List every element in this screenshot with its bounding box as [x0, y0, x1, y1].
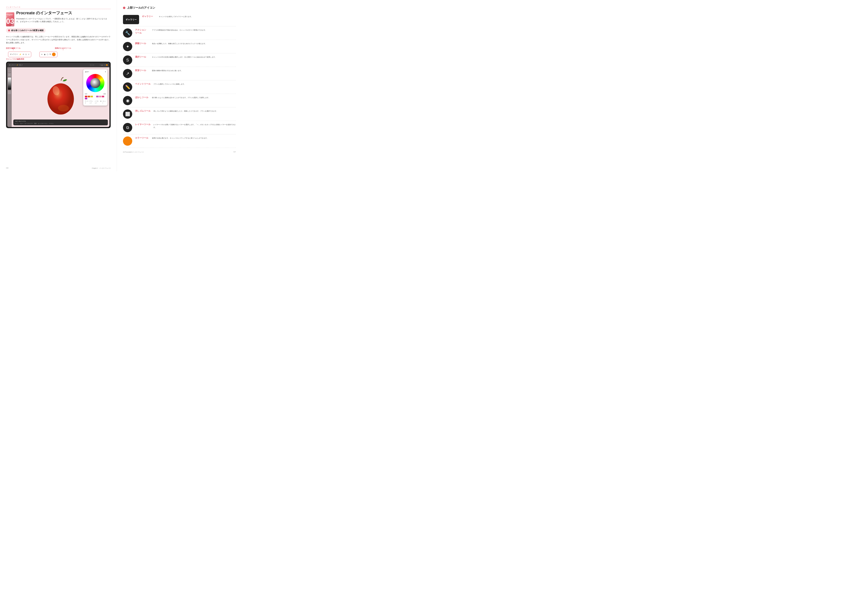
tool-icon-2: ⟲: [23, 53, 24, 56]
tool-desc-blur: 指で擦ったように描画をぼかすことができます。ブラシを選択して使用します。: [152, 96, 236, 99]
color-tabs: ディスク クラシック ハーモニー 値 パレット: [85, 101, 106, 104]
size-label: サイズ 17%: [7, 69, 12, 72]
tool-row-layer: ⧉ レイヤーツール レイヤーパネルを開いて描画するレイヤーを選択します。「＋」ボ…: [123, 121, 236, 135]
color-icon: [123, 136, 132, 146]
section-dot: [8, 29, 10, 31]
tool-labels: 設定や編集ツール 描画のためのツール: [6, 47, 111, 50]
draw-icon-4: ⧉: [50, 53, 51, 56]
btn-autofill: オートキャラー: [25, 123, 33, 124]
btn-paste: ペースト: [49, 123, 54, 124]
blur-icon: ◉: [123, 96, 132, 105]
layer-icon: ⧉: [123, 123, 132, 132]
chapter-number: 03: [6, 18, 14, 25]
draw-icon-2: ◉: [44, 53, 46, 56]
tool-name-area-eraser: 消しゴムツール: [135, 110, 150, 113]
tool-name-paint: ペイントツール: [135, 82, 150, 85]
title-block: Procreate のインターフェース Procreateのインターフェースはシ…: [16, 10, 111, 26]
adjust-icon: ✦: [123, 42, 132, 51]
tool-name-gallery: ギャラリー: [142, 15, 156, 18]
brush-preview: ▓: [8, 73, 11, 76]
canvas-screenshot: ギャラリー ⚡ ⟲ S ↗ ✏ ◉ ⬡ ⧉ 🟠 サイズ 17% ▓ □: [6, 62, 111, 128]
dot1: [90, 65, 91, 65]
tool-name-area-paint: ペイントツール: [135, 82, 150, 85]
tool-row-action: 🔧 アクションツール アプリの環境設定や写真の読み込み、キャンバスのサイズ変更が…: [123, 26, 236, 40]
intro-text: Procreateのインターフェースはシンプルで、一度配置を覚えてしまえば、迷う…: [16, 17, 111, 23]
select-icon: S: [123, 56, 132, 65]
canvas-main: カラー ● 暗度濃度: [12, 67, 110, 127]
right-page-footer: 03 Procreateのインターフェース 017: [123, 150, 236, 153]
canvas-left-sidebar: サイズ 17% ▓ □: [7, 67, 12, 127]
swatch-white: [93, 96, 96, 98]
apple-illustration: [43, 77, 79, 117]
chapter-num-box: Chapter 2 03: [6, 12, 14, 26]
tool-desc-paint: ブラシを選択してキャンバスに描画します。: [153, 82, 236, 86]
color-panel: カラー ● 暗度濃度: [83, 69, 107, 105]
tool-name-blur: ぼかしツール: [135, 96, 149, 99]
tool-name-eraser: 消しゴムツール: [135, 110, 150, 113]
section-heading-text: 絵を描くためのツールの配置を確認: [11, 29, 43, 32]
canvas-inner: ギャラリー ⚡ ⟲ S ↗ ✏ ◉ ⬡ ⧉ 🟠 サイズ 17% ▓ □: [7, 63, 110, 127]
toolbar-mock: ギャラリー ⚡ ⟲ S ↗ ✏ ◉ ⬡ ⧉: [8, 51, 111, 57]
swatch-purple: [96, 96, 99, 98]
tool-row-blur: ◉ ぼかしツール 指で擦ったように描画をぼかすことができます。ブラシを選択して使…: [123, 94, 236, 107]
tool-name-transform: 変形ツール: [135, 69, 149, 72]
btn-select: 選択: [34, 123, 37, 124]
canvas-body: サイズ 17% ▓ □: [7, 67, 110, 127]
draw-icon-3: ⬡: [47, 53, 48, 56]
color-wheel: [86, 74, 104, 92]
svg-point-3: [58, 105, 69, 111]
drawing-tools: ✏ ◉ ⬡ ⧉ 🟠: [100, 64, 108, 66]
color-wheel-inner: [90, 78, 101, 88]
tool-list: ギャラリー ギャラリー キャンバスを保存してギャラリーに戻ります。 🔧 アクショ…: [123, 13, 236, 148]
tool-name-select: 選択ツール: [135, 56, 149, 59]
tool-name-area-adjust: 調整ツール: [135, 42, 149, 45]
action-icon: 🔧: [123, 28, 132, 38]
footer-page-num: 016: [6, 167, 8, 169]
tool-row-eraser: ⬜ 消しゴムツール 消しゴムで消すように描画を修正したり、削除したりできます。ブ…: [123, 107, 236, 121]
tool-desc-color: 使用する色を選びます。キャンバスにドラッグすると塗りつぶしができます。: [152, 136, 236, 140]
tool-name-area-blur: ぼかしツール: [135, 96, 149, 99]
tool-name-color: カラーツール: [135, 136, 149, 139]
tool-row-adjust: ✦ 調整ツール 色合いを調整したり、画像を加工したりするためのエフェクトが使えま…: [123, 40, 236, 53]
sidebar-icon-1: □: [8, 91, 11, 94]
tool-name-area-action: アクションツール: [135, 28, 149, 35]
right-section-title: 上部ツールのアイコン: [127, 6, 155, 10]
tool-desc-transform: 図形の移動や変形をするために使います。: [152, 69, 236, 72]
label-right: 描画のためのツール: [55, 47, 71, 50]
tool-row-gallery: ギャラリー ギャラリー キャンバスを保存してギャラリーに戻ります。: [123, 13, 236, 26]
swatch-orange: [88, 96, 90, 98]
chapter-label: インターフェース: [6, 6, 111, 9]
tool-desc-eraser: 消しゴムで消すように描画を修正したり、削除したりできます。ブラシを選択できます。: [153, 110, 236, 113]
toolbar-right: ✏ ◉ ⬡ ⧉: [39, 51, 57, 57]
draw-icon-1: ✏: [41, 53, 43, 56]
dot2: [91, 65, 93, 65]
tool-icon-3: S: [25, 53, 26, 56]
color-swatches: [85, 96, 106, 99]
swatch-hotpink: [102, 96, 104, 98]
right-footer-page: 017: [233, 151, 236, 153]
swatch-magenta: [85, 98, 87, 99]
tool-name-area-color: カラーツール: [135, 136, 149, 139]
tool-desc-gallery: キャンバスを保存してギャラリーに戻ります。: [159, 15, 236, 18]
copy-paste-title: コピー＆ペースト: [15, 121, 106, 122]
tool-desc-adjust: 色合いを調整したり、画像を加工したりするためのエフェクトが使えます。: [152, 42, 236, 45]
tool-row-color: カラーツール 使用する色を選びます。キャンバスにドラッグすると塗りつぶしができま…: [123, 135, 236, 148]
left-page: インターフェース Chapter 2 03 Procreate のインターフェー…: [0, 0, 117, 171]
chapter-badge: Chapter 2 03 Procreate のインターフェース Procrea…: [6, 10, 111, 26]
tool-name-area-transform: 変形ツール: [135, 69, 149, 72]
tool-name-area-select: 選択ツール: [135, 56, 149, 59]
canvas-topbar: ギャラリー ⚡ ⟲ S ↗ ✏ ◉ ⬡ ⧉ 🟠: [7, 63, 110, 67]
paint-icon: ✏️: [123, 82, 132, 92]
btn-copy: コピー: [20, 123, 23, 124]
canvas-topbar-text: ギャラリー ⚡ ⟲ S ↗: [9, 64, 23, 66]
canvas-label: キャンバスの編集画面: [6, 58, 111, 60]
eraser-icon: ⬜: [123, 110, 132, 119]
swatch-red: [85, 96, 87, 98]
swatch-yellow: [90, 96, 93, 98]
copy-paste-bar: コピー＆ペースト カット コピー オートキャラー 選択 カット＆ペースト ペース…: [13, 119, 108, 125]
tool-row-transform: ↗ 変形ツール 図形の移動や変形をするために使います。: [123, 67, 236, 80]
tool-row-select: S 選択ツール キャンバスの中の任意の範囲を選択します。主に変形ツールと組み合わ…: [123, 53, 236, 67]
tool-desc-layer: レイヤーパネルを開いて描画するレイヤーを選択します。「＋」ボタンをタップすると新…: [153, 123, 236, 129]
dot3: [93, 65, 94, 65]
copy-paste-buttons: カット コピー オートキャラー 選択 カット＆ペースト ペースト: [15, 123, 106, 124]
